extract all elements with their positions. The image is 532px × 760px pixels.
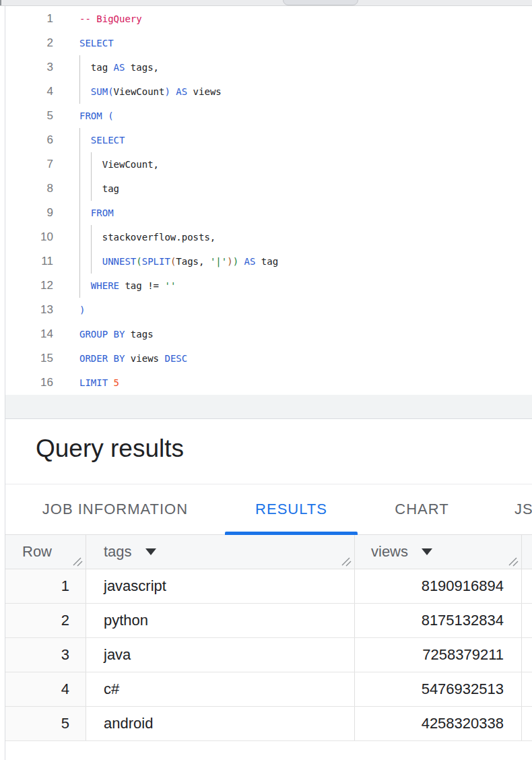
sql-editor[interactable]: 1-- BigQuery2SELECT3 tag AS tags,4 SUM(V… [5,6,532,419]
token-id: views [125,353,164,364]
token-id [79,86,91,97]
token-id: stackoverflow.posts, [79,232,215,243]
token-kw: SPLIT [142,256,170,267]
token-str: '' [164,280,176,291]
line-number: 16 [5,371,53,395]
window-left-edge [0,0,1,5]
token-kw: GROUP BY [79,329,125,340]
token-id [102,110,108,121]
row-filler [522,672,532,706]
tab-results[interactable]: RESULTS [225,484,358,534]
tab-label: RESULTS [255,501,327,518]
code-line: 13) [5,298,532,322]
token-id: Tags, [176,256,210,267]
token-kw: DESC [164,353,187,364]
code-text[interactable]: tag AS tags, [53,55,532,80]
token-id: tags [125,329,153,340]
token-kw: UNNEST [102,256,137,267]
code-text[interactable]: -- BigQuery [53,7,532,31]
indent-guide [79,152,80,177]
column-header-tags[interactable]: tags [86,535,355,569]
code-text[interactable]: tag [53,177,532,201]
code-line: 4 SUM(ViewCount) AS views [5,80,532,104]
row-filler [522,707,532,740]
code-text[interactable]: ) [53,298,532,322]
indent-guide [79,128,80,152]
editor-tab-remnant[interactable] [283,0,358,5]
sort-dropdown-icon[interactable] [422,548,432,555]
tab-label: JOB INFORMATION [42,501,188,518]
column-resize-handle-icon[interactable] [341,557,352,567]
views-cell: 8175132834 [355,604,522,637]
row-number-cell: 3 [5,638,86,672]
code-text[interactable]: SUM(ViewCount) AS views [53,80,532,104]
code-line: 16LIMIT 5 [5,371,532,395]
tab-js[interactable]: JS [486,484,532,534]
indent-guide [91,225,92,249]
row-filler [522,569,532,603]
code-text[interactable]: ORDER BY views DESC [53,346,532,371]
tags-cell: javascript [86,569,355,603]
code-text[interactable]: FROM [53,201,532,225]
token-kw: AS [114,62,125,73]
code-line: 6 SELECT [5,128,532,152]
code-text[interactable]: SELECT [53,31,532,55]
tab-label: CHART [395,501,448,518]
token-b1: ( [136,256,141,267]
column-resize-handle-icon[interactable] [508,557,519,567]
code-text[interactable]: WHERE tag != '' [53,274,532,298]
code-text[interactable]: FROM ( [53,104,532,128]
code-text[interactable]: stackoverflow.posts, [53,225,532,249]
row-filler [522,604,532,637]
row-number-cell: 1 [5,569,86,603]
row-filler [522,638,532,672]
code-text[interactable]: ViewCount, [53,152,532,177]
results-table: Rowtagsviews 1javascript81909168942pytho… [5,535,532,741]
token-kw: WHERE [91,280,119,291]
line-number: 10 [5,225,53,249]
code-line: 15ORDER BY views DESC [5,346,532,371]
views-cell: 4258320338 [355,707,522,740]
column-resize-handle-icon[interactable] [72,557,83,567]
line-number: 9 [5,201,53,225]
views-cell: 7258379211 [355,638,522,672]
indent-guide [79,201,80,225]
code-text[interactable]: UNNEST(SPLIT(Tags, '|')) AS tag [53,249,532,274]
code-text[interactable]: LIMIT 5 [53,371,532,395]
results-tab-bar: JOB INFORMATIONRESULTSCHARTJS [5,484,532,535]
code-line: 8 tag [5,177,532,201]
line-number: 7 [5,152,53,177]
tab-chart[interactable]: CHART [366,484,478,534]
token-id: tag [255,256,278,267]
sort-dropdown-icon[interactable] [145,548,156,555]
query-results-section: Query results [5,420,532,484]
token-id [238,256,244,267]
token-kw: AS [176,86,187,97]
line-number: 2 [5,31,53,55]
tab-job-information[interactable]: JOB INFORMATION [13,484,217,534]
token-id: tag [79,62,114,73]
token-str: '|' [210,256,227,267]
table-row: 2python8175132834 [5,604,532,638]
column-header-label: views [371,543,408,561]
token-id [79,280,91,291]
tags-cell: python [86,604,355,637]
column-header-row[interactable]: Row [5,535,86,569]
column-header-label: tags [104,543,132,561]
token-b0: ) [164,86,170,97]
token-kw: SELECT [91,135,125,146]
token-comment: -- BigQuery [79,13,142,24]
code-text[interactable]: SELECT [53,128,532,152]
token-id [79,208,91,218]
line-number: 15 [5,346,53,371]
column-header-filler [522,535,532,569]
token-kw: FROM [79,110,102,121]
line-number: 6 [5,128,53,152]
code-text[interactable]: GROUP BY tags [53,322,532,346]
tags-cell: android [86,707,355,740]
column-header-views[interactable]: views [355,535,522,569]
line-number: 3 [5,55,53,80]
token-b0: ( [108,110,113,121]
row-number-cell: 4 [5,672,86,706]
table-row: 4c#5476932513 [5,672,532,707]
